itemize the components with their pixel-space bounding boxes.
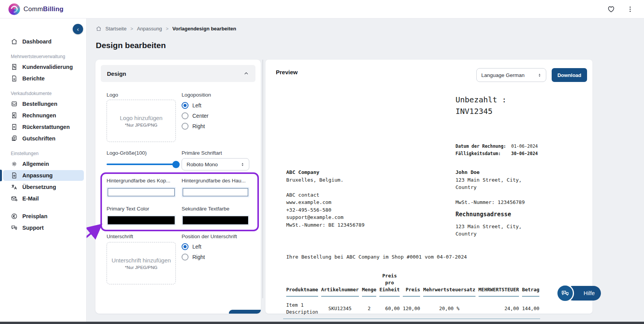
- slider-thumb[interactable]: [172, 161, 180, 168]
- sidebar: ‹ Dashboard Mehrwertsteuerverwaltung Kun…: [0, 18, 87, 324]
- header-bg-label: Hintergrundfarbe des Kop...: [107, 178, 170, 184]
- header-bg-color-input[interactable]: [107, 187, 176, 197]
- bottom-edge-bar: [0, 322, 644, 324]
- invoice-date-row: Datum der Rechnung: 01-06-2024: [455, 143, 538, 150]
- cell-amount: 144,00: [522, 297, 539, 320]
- receipt-percent-icon: [11, 63, 18, 70]
- sidebar-item-gutschriften[interactable]: Gutschriften: [3, 133, 84, 144]
- sidebar-item-kundenvalidierung[interactable]: Kundenvalidierung: [3, 62, 84, 72]
- billing-address1: 123 Main Street, City,: [455, 223, 522, 230]
- signature-label: Unterschrift: [107, 234, 133, 239]
- seller-location: Bruxelles, Belgium.: [286, 176, 365, 184]
- color-swatch: [108, 188, 175, 196]
- cell-price: 120,00: [403, 297, 420, 320]
- buyer-name: John Doe: [455, 169, 525, 176]
- primary-text-color-label: Primary Text Color: [107, 206, 149, 212]
- invoice-table-row: Item 1Description SKU12345 2 60,00 120,0…: [286, 297, 539, 320]
- sidebar-item-label: Berichte: [22, 75, 45, 82]
- seller-name: ABC Company: [286, 169, 365, 176]
- sidebar-item-allgemein[interactable]: Allgemein: [3, 159, 84, 169]
- logo-size-slider[interactable]: [107, 160, 180, 168]
- sidebar-section-vat: Mehrwertsteuerverwaltung: [11, 54, 86, 59]
- translate-icon: [11, 184, 18, 190]
- buyer-address2: Country: [455, 184, 525, 191]
- sidebar-item-email[interactable]: E-Mail: [3, 193, 84, 204]
- logo-position-center-radio[interactable]: Center: [182, 112, 209, 119]
- radio-label: Left: [192, 102, 201, 109]
- sidebar-item-anpassung[interactable]: Anpassung: [3, 170, 84, 181]
- invoice-due-row: Fälligkeitsdatum: 30-06-2024: [455, 150, 538, 157]
- logo-upload-hint: *Nur JPEG/PNG: [125, 123, 157, 127]
- sidebar-item-support[interactable]: Support: [3, 222, 84, 233]
- signature-upload-hint: *Nur JPEG/PNG: [125, 265, 157, 270]
- col-produktname: Produktname: [286, 272, 318, 297]
- slider-track: [107, 164, 180, 165]
- design-accordion-header[interactable]: Design: [101, 65, 255, 82]
- seller-email: support@example.com: [286, 214, 365, 221]
- inbox-icon: [11, 100, 18, 107]
- invoice-status: Unbezahlt : INV12345: [455, 94, 506, 117]
- doc-gear-icon: [11, 172, 18, 179]
- brand-name: CommBilling: [23, 5, 63, 13]
- save-button[interactable]: [229, 310, 261, 314]
- col-menge: Menge: [362, 272, 377, 297]
- breadcrumb-separator: >: [130, 26, 133, 32]
- language-select[interactable]: Language German: [476, 68, 546, 82]
- kebab-menu-icon[interactable]: [626, 5, 635, 14]
- brand[interactable]: CommBilling: [8, 3, 63, 15]
- sidebar-item-label: Dashboard: [22, 38, 52, 45]
- language-select-value: Language German: [481, 72, 525, 78]
- sidebar-item-rueckerstattungen[interactable]: Rückerstattungen: [3, 122, 84, 132]
- sidebar-item-rechnungen[interactable]: Rechnungen: [3, 110, 84, 121]
- sidebar-item-label: Allgemein: [22, 161, 49, 167]
- color-swatch: [183, 216, 248, 224]
- logo-upload-placeholder: Logo hinzufügen: [120, 115, 163, 121]
- col-preis: Preis: [403, 272, 420, 297]
- gear-icon: [11, 160, 18, 167]
- sidebar-item-berichte[interactable]: Berichte: [3, 73, 84, 84]
- sidebar-item-label: Support: [22, 225, 44, 231]
- col-mehrwertsteuer: MEHRWERTSTEUER: [479, 272, 519, 297]
- favorites-heart-icon[interactable]: [606, 5, 616, 14]
- primary-text-color-input[interactable]: [107, 215, 176, 225]
- sidebar-item-bestellungen[interactable]: Bestellungen: [3, 99, 84, 109]
- sidebar-item-label: Rechnungen: [22, 112, 56, 119]
- body-bg-color-input[interactable]: [182, 187, 249, 197]
- sidebar-item-preisplan[interactable]: Preisplan: [3, 211, 84, 222]
- radio-label: Center: [192, 113, 209, 119]
- breadcrumb-item[interactable]: Anpassung: [137, 26, 162, 32]
- sidebar-collapse-button[interactable]: ‹: [73, 24, 83, 34]
- logo-position-right-radio[interactable]: Right: [182, 123, 205, 130]
- seller-vat: MwSt.-Nummer: BE 123456789: [286, 221, 365, 229]
- chevron-up-icon[interactable]: [243, 70, 249, 77]
- sidebar-item-dashboard[interactable]: Dashboard: [3, 36, 84, 47]
- billing-address2: Country: [455, 230, 522, 238]
- design-accordion-title: Design: [107, 70, 126, 77]
- color-swatch: [183, 188, 248, 196]
- updown-arrows-icon: [240, 162, 245, 167]
- secondary-text-color-input[interactable]: [182, 215, 249, 225]
- radio-label: Right: [192, 254, 205, 260]
- credit-note-icon: [11, 135, 18, 142]
- logo-position-left-radio[interactable]: Left: [182, 102, 201, 109]
- panel-divider: [262, 60, 263, 298]
- signature-upload-box[interactable]: Unterschrift hinzufügen *Nur JPEG/PNG: [107, 242, 176, 284]
- breadcrumb-item[interactable]: Startseite: [105, 26, 127, 32]
- invoice-date-label: Datum der Rechnung:: [455, 143, 506, 150]
- signature-position-right-radio[interactable]: Right: [182, 254, 205, 261]
- logo-upload-box[interactable]: Logo hinzufügen *Nur JPEG/PNG: [107, 100, 176, 142]
- sidebar-item-label: Übersetzung: [22, 184, 56, 190]
- sidebar-item-uebersetzung[interactable]: Übersetzung: [3, 182, 84, 192]
- radio-selected-icon: [182, 102, 189, 109]
- primary-font-select[interactable]: Roboto Mono: [182, 158, 249, 170]
- cell-vat-amount: 24,00: [479, 297, 519, 320]
- signature-position-left-radio[interactable]: Left: [182, 243, 201, 250]
- download-button[interactable]: Download: [552, 68, 587, 82]
- radio-icon: [182, 123, 189, 130]
- mail-gear-icon: [11, 195, 18, 202]
- sidebar-item-label: Preisplan: [22, 213, 47, 219]
- invoice-seller-block: ABC Company Bruxelles, Belgium. ABC cont…: [286, 169, 365, 229]
- radio-label: Right: [192, 123, 205, 129]
- cell-sku: SKU12345: [321, 297, 359, 320]
- help-button[interactable]: Hilfe: [566, 286, 601, 301]
